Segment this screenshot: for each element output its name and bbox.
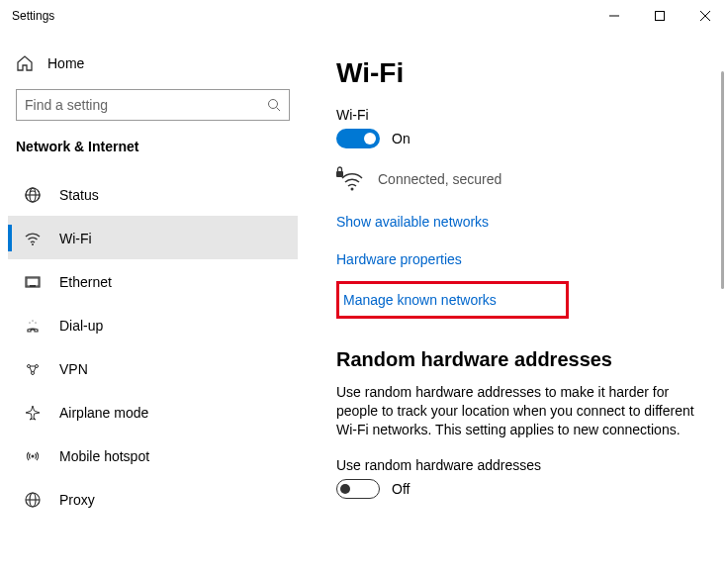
dialup-icon [24, 317, 42, 335]
sidebar: Home Find a setting Network & Internet S… [0, 32, 309, 577]
sidebar-item-label: Airplane mode [59, 405, 148, 421]
wifi-icon [24, 230, 42, 247]
svg-line-23 [34, 367, 36, 372]
svg-rect-1 [656, 12, 665, 21]
home-label: Home [47, 55, 84, 71]
show-available-networks-link[interactable]: Show available networks [336, 214, 489, 230]
sidebar-item-label: Mobile hotspot [59, 448, 149, 464]
sidebar-item-label: Status [59, 187, 99, 203]
proxy-icon [24, 491, 42, 509]
sidebar-item-wifi[interactable]: Wi-Fi [8, 216, 298, 259]
svg-rect-15 [30, 285, 36, 287]
manage-known-networks-link[interactable]: Manage known networks [343, 292, 497, 308]
close-button[interactable] [682, 0, 728, 32]
random-toggle-label: Use random hardware addresses [336, 457, 700, 473]
svg-point-12 [32, 243, 34, 245]
sidebar-item-airplane[interactable]: Airplane mode [8, 390, 298, 433]
sidebar-item-label: Dial-up [59, 318, 103, 334]
search-input[interactable]: Find a setting [16, 89, 290, 121]
sidebar-item-label: VPN [59, 361, 88, 377]
sidebar-item-label: Proxy [59, 492, 95, 508]
sidebar-item-proxy[interactable]: Proxy [8, 477, 298, 521]
svg-point-17 [32, 320, 33, 321]
wifi-toggle[interactable] [336, 129, 380, 148]
window-title: Settings [12, 9, 54, 23]
svg-rect-14 [27, 278, 39, 286]
sidebar-item-label: Ethernet [59, 274, 112, 290]
minimize-button[interactable] [592, 0, 637, 32]
titlebar: Settings [0, 0, 728, 32]
svg-rect-30 [336, 171, 343, 177]
svg-point-16 [29, 322, 30, 323]
connection-status-text: Connected, secured [378, 171, 501, 187]
svg-line-22 [30, 367, 32, 372]
hotspot-icon [24, 447, 42, 465]
hardware-properties-link[interactable]: Hardware properties [336, 251, 462, 267]
wifi-status: Connected, secured [336, 166, 700, 192]
random-addresses-description: Use random hardware addresses to make it… [336, 383, 700, 439]
page-title: Wi-Fi [336, 57, 700, 89]
search-icon [267, 98, 281, 112]
random-addresses-header: Random hardware addresses [336, 348, 700, 371]
sidebar-item-label: Wi-Fi [59, 231, 92, 246]
svg-line-5 [277, 108, 281, 112]
sidebar-item-hotspot[interactable]: Mobile hotspot [8, 433, 298, 477]
svg-point-25 [32, 454, 35, 457]
nav-list: Status Wi-Fi Ethernet [8, 172, 298, 521]
sidebar-item-status[interactable]: Status [8, 172, 298, 216]
highlight-box: Manage known networks [336, 281, 569, 319]
svg-point-4 [269, 100, 278, 109]
scrollbar[interactable] [721, 71, 724, 289]
main-panel: Wi-Fi Wi-Fi On Connected, secured Show a… [309, 32, 728, 577]
wifi-toggle-state: On [392, 131, 410, 146]
vpn-icon [24, 360, 42, 378]
status-icon [24, 186, 42, 204]
home-nav[interactable]: Home [8, 42, 298, 85]
random-toggle-state: Off [392, 481, 410, 497]
random-addresses-toggle[interactable] [336, 479, 380, 499]
home-icon [16, 54, 34, 72]
airplane-icon [24, 404, 42, 422]
search-placeholder: Find a setting [25, 97, 108, 113]
window-controls [592, 0, 728, 32]
sidebar-item-vpn[interactable]: VPN [8, 346, 298, 390]
svg-point-29 [351, 188, 354, 191]
ethernet-icon [24, 273, 42, 291]
section-header: Network & Internet [8, 121, 298, 166]
maximize-button[interactable] [637, 0, 682, 32]
sidebar-item-ethernet[interactable]: Ethernet [8, 259, 298, 303]
svg-point-18 [35, 322, 36, 323]
wifi-label: Wi-Fi [336, 107, 700, 123]
wifi-secured-icon [336, 166, 364, 192]
sidebar-item-dialup[interactable]: Dial-up [8, 303, 298, 346]
